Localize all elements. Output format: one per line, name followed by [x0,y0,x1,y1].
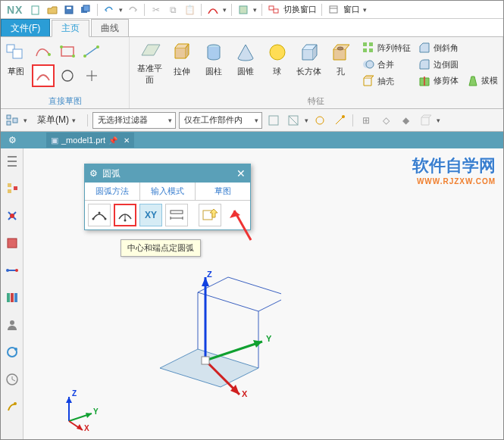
assembly-nav-dropdown[interactable]: ▾ [23,117,27,124]
reuse-library-icon[interactable] [4,235,20,251]
pin-icon[interactable]: 📌 [108,136,117,145]
arc-center-ends-icon[interactable] [114,204,136,226]
cut-icon[interactable]: ✂ [149,3,163,17]
sel-tool-2-icon[interactable] [285,112,302,129]
tab-file[interactable]: 文件(F) [1,19,50,36]
sel-tool-4-icon[interactable] [331,112,348,129]
window-menu-icon[interactable] [327,3,340,17]
svg-line-37 [289,116,298,125]
sk-circle-icon[interactable] [56,64,79,87]
assembly-navigator-icon[interactable] [4,180,20,197]
axis-x-label: X [242,389,247,398]
history-icon[interactable] [4,289,20,306]
document-close-icon[interactable]: ✕ [124,136,130,145]
clock-icon[interactable] [4,371,20,388]
system-icon[interactable] [4,398,20,415]
svg-rect-4 [83,5,89,11]
snap-4-icon[interactable] [417,112,434,129]
constraint-navigator-icon[interactable] [4,208,20,224]
sk-more-1[interactable] [105,40,127,63]
undo-dropdown-icon[interactable]: ▾ [119,6,123,14]
render-dropdown-icon[interactable]: ▾ [253,6,257,14]
curve-arc-icon[interactable] [206,3,220,17]
block-button[interactable]: 长方体 [294,40,324,86]
arc-3pt-icon[interactable] [88,204,111,226]
redo-icon[interactable] [126,3,139,17]
svg-point-54 [92,218,95,220]
sketch-button[interactable]: 草图 [3,40,29,86]
web-browser-icon[interactable] [4,344,20,360]
paste-icon[interactable]: 📋 [183,3,196,17]
shell-button[interactable]: 抽壳 [362,73,411,89]
open-icon[interactable] [45,3,59,17]
snap-2-icon[interactable]: ◇ [377,112,394,129]
draft-label: 拔模 [481,75,498,87]
hole-button[interactable]: 孔 [326,40,356,86]
pattern-feature-button[interactable]: 阵列特征 [362,40,411,55]
window-menu-label[interactable]: 窗口 [343,4,360,15]
roles-icon[interactable] [4,317,20,333]
svg-rect-33 [7,121,11,125]
render-icon[interactable] [236,3,250,17]
orientation-triad[interactable]: Z Y X [54,391,99,435]
sk-arc-highlighted-icon[interactable] [32,64,55,87]
svg-point-17 [83,55,86,58]
sel-tool-3-icon[interactable] [311,112,328,129]
unite-button[interactable]: 合并 [362,57,411,72]
tab-curve[interactable]: 曲线 [91,19,129,36]
dialog-close-icon[interactable]: ✕ [236,167,246,179]
xy-input-icon[interactable]: XY [139,204,162,226]
save-all-icon[interactable] [79,3,92,17]
datum-plane-button[interactable]: 基准平面 [135,40,165,86]
cone-button[interactable]: 圆锥 [230,40,261,86]
dialog-tab-method[interactable]: 圆弧方法 [85,183,140,200]
viewport-triad[interactable]: Z Y X [130,247,281,398]
cylinder-button[interactable]: 圆柱 [199,40,229,86]
selection-scope-combo[interactable]: 仅在工作部件内 [179,112,262,129]
selection-filter-combo[interactable]: 无选择过滤器 [92,112,176,129]
sphere-icon [265,40,290,64]
menu-button[interactable]: 菜单(M) ▾ [30,112,83,129]
svg-point-38 [316,117,324,124]
sk-line-icon[interactable] [80,40,103,63]
chamfer-icon [418,42,430,54]
document-tab[interactable]: ▣ _model1.prt 📌 ✕ [46,133,134,148]
trim-body-button[interactable]: 修剪体 [418,75,459,87]
dialog-gear-icon[interactable]: ⚙ [89,168,98,179]
save-icon[interactable] [62,3,76,17]
window-menu-dropdown-icon[interactable]: ▾ [363,6,367,14]
dialog-tab-sketch[interactable]: 草图 [196,183,250,200]
edge-blend-button[interactable]: 边倒圆 [418,57,498,72]
copy-icon[interactable]: ⧉ [166,3,180,17]
svg-point-12 [48,53,51,56]
sk-more-2[interactable] [105,64,127,87]
chamfer-button[interactable]: 倒斜角 [418,40,498,55]
draft-button[interactable]: 拔模 [466,75,498,87]
sel-tool-dd[interactable]: ▾ [305,117,308,124]
sk-point-icon[interactable] [80,64,103,87]
param-input-icon[interactable] [165,204,188,226]
sketch-icon [4,40,28,64]
undo-icon[interactable] [102,3,116,17]
snap-3-icon[interactable]: ◆ [397,112,414,129]
create-sketch-icon[interactable] [199,204,221,226]
dialog-tab-input[interactable]: 输入模式 [140,183,196,200]
curve-dropdown-icon[interactable]: ▾ [223,6,227,14]
svg-point-56 [99,212,101,214]
switch-window-label[interactable]: 切换窗口 [283,4,317,15]
new-icon[interactable] [29,3,42,17]
resource-bar-gear-icon[interactable]: ⚙ [8,135,17,145]
snap-dd[interactable]: ▾ [437,117,440,124]
switch-window-icon[interactable] [267,3,280,17]
extrude-button[interactable]: 拉伸 [167,40,197,86]
sk-rectangle-icon[interactable] [56,40,79,63]
hd3d-icon[interactable] [4,262,20,279]
snap-1-icon[interactable]: ⊞ [358,112,374,129]
assembly-nav-icon[interactable] [4,112,20,129]
sel-tool-1-icon[interactable] [265,112,282,129]
tab-home[interactable]: 主页 [52,20,89,37]
sk-freehand-icon[interactable] [32,40,55,63]
svg-marker-75 [66,397,72,403]
part-navigator-icon[interactable] [4,153,20,170]
sphere-button[interactable]: 球 [262,40,293,86]
